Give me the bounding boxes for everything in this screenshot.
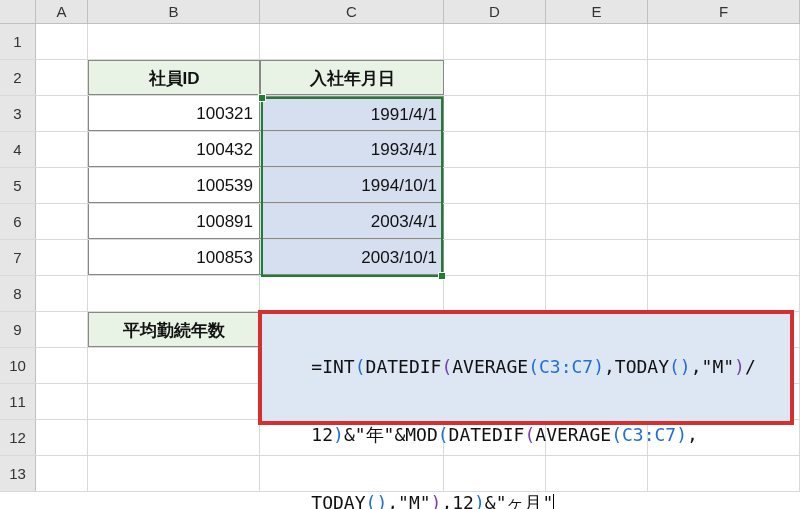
row-header-5[interactable]: 5 [0,168,36,203]
select-all-corner[interactable] [0,0,36,23]
formula-token: =INT [311,356,354,377]
formula-token: ) [734,356,745,377]
cell-E5[interactable] [546,168,648,203]
cell-D5[interactable] [444,168,546,203]
cell-E6[interactable] [546,204,648,239]
row-header-13[interactable]: 13 [0,456,36,491]
cell-C3[interactable]: 1991/4/1 [260,96,444,131]
cell-F3[interactable] [648,96,800,131]
formula-token: ,TODAY [604,356,669,377]
cell-F5[interactable] [648,168,800,203]
cell-D7[interactable] [444,240,546,275]
row-header-2[interactable]: 2 [0,60,36,95]
cell-E3[interactable] [546,96,648,131]
row-3: 3 100321 1991/4/1 [0,96,800,132]
cell-F1[interactable] [648,24,800,59]
formula-token: () [669,356,691,377]
row-header-6[interactable]: 6 [0,204,36,239]
cell-A7[interactable] [36,240,88,275]
cell-F7[interactable] [648,240,800,275]
cell-A12[interactable] [36,420,88,455]
cell-F8[interactable] [648,276,800,311]
cell-E13[interactable] [546,456,648,491]
cell-E4[interactable] [546,132,648,167]
row-2: 2 社員ID 入社年月日 [0,60,800,96]
cell-B11[interactable] [88,384,260,419]
cell-F13[interactable] [648,456,800,491]
selection-handle-bottom-right[interactable] [438,272,446,280]
cell-D1[interactable] [444,24,546,59]
row-header-4[interactable]: 4 [0,132,36,167]
cell-B13[interactable] [88,456,260,491]
cell-A4[interactable] [36,132,88,167]
cell-B3[interactable]: 100321 [88,96,260,131]
cell-B10[interactable] [88,348,260,383]
col-header-A[interactable]: A [36,0,88,23]
cell-C8[interactable] [260,276,444,311]
cell-B1[interactable] [88,24,260,59]
cell-F2[interactable] [648,60,800,95]
formula-token: () [366,492,388,509]
row-header-11[interactable]: 11 [0,384,36,419]
row-header-9[interactable]: 9 [0,312,36,347]
formula-token: ,"M" [387,492,430,509]
cell-E7[interactable] [546,240,648,275]
cell-E1[interactable] [546,24,648,59]
selection-handle-top-left[interactable] [258,94,266,102]
formula-token: , [687,424,698,445]
cell-A2[interactable] [36,60,88,95]
cell-D6[interactable] [444,204,546,239]
cell-C4[interactable]: 1993/4/1 [260,132,444,167]
cell-A1[interactable] [36,24,88,59]
cell-E2[interactable] [546,60,648,95]
row-header-8[interactable]: 8 [0,276,36,311]
formula-token: DATEDIF [366,356,442,377]
cell-C2[interactable]: 入社年月日 [260,60,444,95]
cell-B7[interactable]: 100853 [88,240,260,275]
col-header-B[interactable]: B [88,0,260,23]
col-header-C[interactable]: C [260,0,444,23]
cell-B5[interactable]: 100539 [88,168,260,203]
cell-A6[interactable] [36,204,88,239]
formula-token: / [745,356,756,377]
cell-B12[interactable] [88,420,260,455]
row-header-7[interactable]: 7 [0,240,36,275]
cell-A5[interactable] [36,168,88,203]
cell-A13[interactable] [36,456,88,491]
cell-B2[interactable]: 社員ID [88,60,260,95]
cell-C7[interactable]: 2003/10/1 [260,240,444,275]
row-header-10[interactable]: 10 [0,348,36,383]
cell-B4[interactable]: 100432 [88,132,260,167]
cell-A3[interactable] [36,96,88,131]
row-1: 1 [0,24,800,60]
cell-A11[interactable] [36,384,88,419]
cell-D4[interactable] [444,132,546,167]
col-header-F[interactable]: F [648,0,800,23]
formula-token: ( [441,356,452,377]
formula-token: ( [355,356,366,377]
cell-A8[interactable] [36,276,88,311]
cell-A9[interactable] [36,312,88,347]
cell-C6[interactable]: 2003/4/1 [260,204,444,239]
cell-F6[interactable] [648,204,800,239]
cell-C5[interactable]: 1994/10/1 [260,168,444,203]
cell-D2[interactable] [444,60,546,95]
cell-D8[interactable] [444,276,546,311]
formula-token: DATEDIF [449,424,525,445]
formula-edit-box[interactable]: =INT(DATEDIF(AVERAGE(C3:C7),TODAY(),"M")… [258,310,794,425]
row-header-12[interactable]: 12 [0,420,36,455]
col-header-E[interactable]: E [546,0,648,23]
cell-F4[interactable] [648,132,800,167]
row-header-3[interactable]: 3 [0,96,36,131]
cell-C1[interactable] [260,24,444,59]
spreadsheet[interactable]: A B C D E F 1 2 社員ID 入社年月日 3 100321 1991… [0,0,800,509]
cell-D3[interactable] [444,96,546,131]
col-header-D[interactable]: D [444,0,546,23]
cell-E8[interactable] [546,276,648,311]
cell-B8[interactable] [88,276,260,311]
formula-token: ( [528,356,539,377]
row-header-1[interactable]: 1 [0,24,36,59]
cell-B6[interactable]: 100891 [88,204,260,239]
cell-A10[interactable] [36,348,88,383]
cell-B9[interactable]: 平均勤続年数 [88,312,260,347]
